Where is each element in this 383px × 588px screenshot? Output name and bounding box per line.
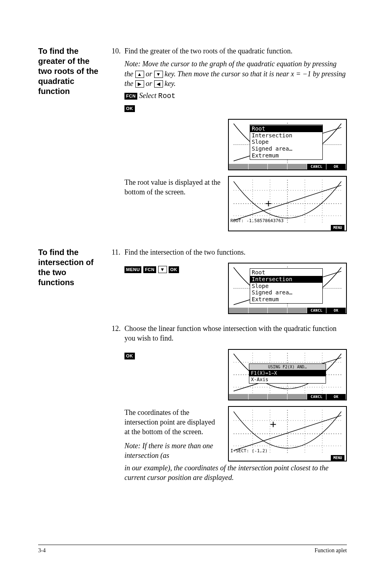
popup-item[interactable]: Intersection — [250, 276, 322, 283]
isect-value-label: I-SECT: (-1,2) — [230, 448, 268, 454]
isect-note-line1: Note: If there is more than one intersec… — [124, 441, 221, 461]
root-value-label: ROOT: -1.58578643763 — [230, 218, 283, 224]
isect-note-line2: in our example), the coordinates of the … — [124, 463, 347, 483]
dialog-option[interactable]: X-Axis — [249, 376, 326, 383]
softbar-blank: . — [229, 394, 249, 400]
step-note: Note: Move the cursor to the graph of th… — [124, 59, 347, 88]
right-key-icon: ▶ — [135, 80, 144, 88]
softbar-blank: . — [249, 164, 268, 169]
ok-softkey[interactable]: OK — [326, 308, 346, 313]
popup-item[interactable]: Signed area… — [250, 289, 322, 296]
popup-item[interactable]: Root — [250, 125, 322, 132]
popup-item[interactable]: Extremum — [250, 296, 322, 303]
calc-screen-fcn-isect: Root Intersection Slope Signed area… Ext… — [228, 263, 347, 314]
popup-item[interactable]: Intersection — [250, 132, 322, 139]
softbar-blank: . — [268, 164, 287, 169]
menu-softkey[interactable]: MENU — [331, 225, 344, 231]
step-12: 12. Choose the linear function whose int… — [112, 324, 347, 482]
softbar-blank: . — [268, 394, 287, 400]
calc-screen-isect-result: I-SECT: (-1,2) MENU — [228, 406, 347, 461]
key-sequence-1: FCN Select Root — [124, 91, 347, 101]
up-key-icon: ▲ — [135, 71, 144, 78]
calc-screen-choose-fn: USING F2(X) AND… F1(X)=1−X X-Axis . . . … — [228, 349, 347, 400]
popup-item[interactable]: Root — [250, 269, 322, 276]
step-number: 10. — [112, 46, 121, 56]
page-number: 3-4 — [38, 547, 46, 554]
popup-item[interactable]: Slope — [250, 139, 322, 145]
calc-screen-root-result: ROOT: -1.58578643763 MENU — [228, 176, 347, 231]
down-key-icon: ▼ — [154, 71, 163, 78]
fcn-popup: Root Intersection Slope Signed area… Ext… — [250, 268, 323, 304]
calc-screen-fcn-root: Root Intersection Slope Signed area… Ext… — [228, 119, 347, 170]
ok-softkey[interactable]: OK — [326, 394, 346, 400]
softbar-blank: . — [287, 164, 307, 169]
down-key-icon: ▼ — [158, 266, 167, 273]
choose-function-dialog: USING F2(X) AND… F1(X)=1−X X-Axis — [249, 363, 326, 384]
footer-label: Function aplet — [315, 547, 347, 554]
menu-softkey: MENU — [124, 266, 141, 273]
softbar-blank: . — [229, 308, 249, 313]
ok-softkey: OK — [124, 353, 135, 359]
cancl-softkey[interactable]: CANCL — [307, 164, 327, 169]
menu-softkey[interactable]: MENU — [331, 455, 344, 461]
left-key-icon: ◀ — [154, 80, 163, 88]
softbar-blank: . — [249, 308, 268, 313]
softbar-blank: . — [287, 308, 307, 313]
fcn-softkey: FCN — [143, 266, 156, 273]
cancl-softkey[interactable]: CANCL — [307, 308, 327, 313]
side-heading-roots: To find the greater of the two roots of … — [38, 46, 104, 236]
isect-result-text: The coordinates of the intersection poin… — [124, 408, 221, 437]
popup-item[interactable]: Slope — [250, 283, 322, 290]
softbar-blank: . — [268, 308, 287, 313]
step-number: 12. — [112, 324, 121, 333]
ok-softkey: OK — [169, 266, 179, 273]
dialog-option[interactable]: F1(X)=1−X — [249, 370, 326, 376]
step-10: 10. Find the greater of the two roots of… — [112, 46, 347, 231]
step-11: 11. Find the intersection of the two fun… — [112, 247, 347, 314]
popup-item[interactable]: Extremum — [250, 152, 322, 159]
popup-item[interactable]: Signed area… — [250, 145, 322, 152]
step-text: Choose the linear function whose interse… — [124, 325, 336, 342]
softbar-blank: . — [249, 394, 268, 400]
fcn-popup: Root Intersection Slope Signed area… Ext… — [250, 125, 323, 160]
cancl-softkey[interactable]: CANCL — [307, 394, 327, 400]
step-text: Find the greater of the two roots of the… — [124, 47, 292, 55]
ok-softkey[interactable]: OK — [326, 164, 346, 169]
softbar-blank: . — [229, 164, 249, 169]
key-sequence-2: MENU FCN ▼ OK — [124, 264, 221, 274]
step-text: Find the intersection of the two functio… — [124, 248, 245, 256]
ok-softkey: OK — [124, 105, 135, 112]
fcn-softkey: FCN — [124, 93, 137, 100]
softbar-blank: . — [287, 394, 307, 400]
dialog-title: USING F2(X) AND… — [249, 364, 326, 370]
side-heading-intersection: To find the intersection of the two func… — [38, 247, 104, 487]
step-number: 11. — [112, 247, 120, 257]
root-result-text: The root value is displayed at the botto… — [124, 176, 221, 197]
